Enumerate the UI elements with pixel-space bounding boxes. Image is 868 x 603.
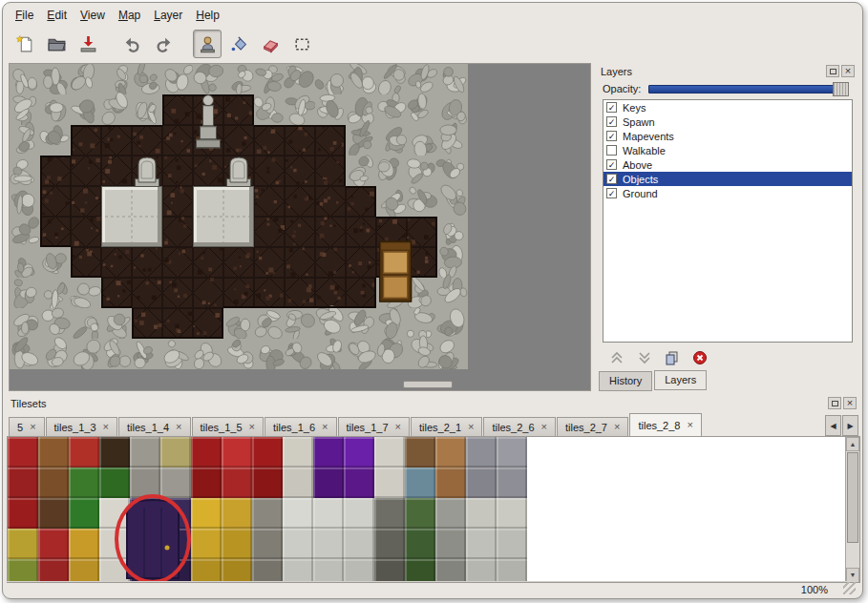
layer-visibility-checkbox[interactable]: ✓ [606, 188, 617, 198]
layer-list: ✓Keys✓Spawn✓MapeventsWalkable✓Above✓Obje… [603, 99, 853, 343]
tileset-tab-tiles_1_7[interactable]: tiles_1_7× [338, 417, 410, 436]
scrollbar-thumb[interactable] [847, 452, 858, 543]
tileset-scrollbar[interactable]: ▲ ▼ [845, 437, 859, 582]
tileset-tab-label: tiles_2_7 [565, 422, 607, 433]
delete-icon [692, 350, 708, 365]
tileset-tab-tiles_2_6[interactable]: tiles_2_6× [483, 417, 555, 436]
menu-help[interactable]: Help [189, 7, 226, 24]
new-file-button[interactable] [11, 30, 39, 58]
float-icon [830, 69, 836, 74]
tileset-tab-tiles_2_7[interactable]: tiles_2_7× [557, 417, 628, 436]
new-file-icon [15, 34, 35, 54]
eraser-tool-button[interactable] [256, 30, 285, 58]
open-file-button[interactable] [42, 30, 71, 58]
menu-edit[interactable]: Edit [40, 7, 74, 24]
tab-close-icon[interactable]: × [614, 422, 620, 432]
layers-panel: Layers × Opacity: ✓Keys✓Spawn✓MapeventsW… [597, 63, 858, 391]
map-view [9, 63, 591, 391]
layer-visibility-checkbox[interactable]: ✓ [606, 131, 617, 141]
tileset-tab-tiles_2_1[interactable]: tiles_2_1× [411, 417, 482, 436]
tab-scroll-buttons: ◀ ▶ [825, 415, 858, 436]
tileset-tab-strip: 5×tiles_1_3×tiles_1_4×tiles_1_5×tiles_1_… [9, 413, 821, 436]
layer-row-objects[interactable]: ✓Objects [603, 172, 852, 186]
layer-visibility-checkbox[interactable]: ✓ [606, 116, 617, 127]
layer-name: Ground [623, 188, 658, 199]
layers-panel-titlebar: Layers × [597, 63, 858, 79]
tab-close-icon[interactable]: × [322, 422, 328, 432]
tileset-canvas[interactable] [8, 437, 845, 581]
tileset-tab-bar: 5×tiles_1_3×tiles_1_4×tiles_1_5×tiles_1_… [7, 411, 860, 437]
redo-button[interactable] [149, 30, 178, 58]
scroll-down-button[interactable]: ▼ [846, 568, 859, 582]
opacity-slider-handle[interactable] [833, 82, 849, 96]
tab-close-icon[interactable]: × [176, 422, 181, 432]
layer-row-mapevents[interactable]: ✓Mapevents [603, 129, 852, 143]
undo-icon [122, 34, 142, 54]
panel-tab-layers[interactable]: Layers [654, 370, 707, 390]
layer-row-spawn[interactable]: ✓Spawn [603, 114, 852, 129]
tab-scroll-left-button[interactable]: ◀ [825, 415, 841, 436]
layer-name: Spawn [623, 116, 655, 128]
scroll-up-button[interactable]: ▲ [846, 437, 859, 451]
layer-row-walkable[interactable]: Walkable [603, 143, 852, 157]
layer-row-keys[interactable]: ✓Keys [603, 100, 852, 114]
layer-name: Above [623, 159, 652, 171]
move-layer-up-button[interactable] [608, 349, 625, 366]
layer-visibility-checkbox[interactable]: ✓ [606, 159, 617, 170]
undo-button[interactable] [117, 30, 146, 58]
tab-scroll-right-button[interactable]: ▶ [842, 415, 858, 436]
opacity-slider[interactable] [648, 85, 849, 94]
resize-grip[interactable] [843, 582, 856, 594]
tileset-tab-tiles_1_3[interactable]: tiles_1_3× [46, 417, 117, 436]
menu-layer[interactable]: Layer [147, 7, 189, 24]
save-button[interactable] [74, 30, 102, 58]
tab-close-icon[interactable]: × [395, 422, 401, 432]
duplicate-layer-button[interactable] [664, 349, 681, 366]
layers-close-button[interactable]: × [841, 65, 855, 77]
layers-panel-tabs: HistoryLayers [597, 371, 858, 391]
layer-visibility-checkbox[interactable] [606, 145, 617, 156]
tilesets-close-button[interactable]: × [843, 397, 857, 409]
delete-layer-button[interactable] [691, 349, 709, 366]
tab-close-icon[interactable]: × [103, 422, 109, 432]
tab-close-icon[interactable]: × [249, 422, 255, 432]
fill-tool-button[interactable] [224, 30, 253, 58]
tileset-tab-5[interactable]: 5× [9, 417, 45, 436]
toolbar [11, 27, 319, 61]
desktop: FileEditViewMapLayerHelp Layers × Opacit… [0, 0, 868, 603]
opacity-label: Opacity: [603, 83, 641, 94]
tab-close-icon[interactable]: × [468, 422, 474, 432]
layers-float-button[interactable] [826, 65, 839, 77]
layer-visibility-checkbox[interactable]: ✓ [606, 174, 617, 184]
menu-map[interactable]: Map [112, 7, 147, 24]
tilesets-panel-title: Tilesets [11, 398, 826, 409]
layer-row-above[interactable]: ✓Above [603, 157, 852, 172]
layer-name: Objects [623, 174, 658, 185]
tileset-tab-tiles_1_6[interactable]: tiles_1_6× [265, 417, 336, 436]
map-scrollbar-thumb[interactable] [403, 381, 453, 388]
panel-tab-history[interactable]: History [599, 371, 652, 391]
layer-row-ground[interactable]: ✓Ground [603, 186, 852, 200]
layer-actions [597, 344, 858, 371]
tileset-tab-tiles_2_8[interactable]: tiles_2_8× [629, 413, 701, 436]
tileset-tab-tiles_1_5[interactable]: tiles_1_5× [192, 417, 264, 436]
float-icon [832, 401, 838, 406]
stamp-tool-button[interactable] [193, 30, 222, 58]
tab-close-icon[interactable]: × [541, 422, 547, 432]
menu-view[interactable]: View [74, 7, 112, 24]
stamp-tool-icon [198, 34, 218, 54]
scrollbar-track[interactable] [846, 544, 859, 568]
menu-file[interactable]: File [9, 7, 40, 24]
tab-close-icon[interactable]: × [30, 422, 35, 432]
move-layer-down-button[interactable] [636, 349, 653, 366]
tileset-tab-tiles_1_4[interactable]: tiles_1_4× [118, 417, 190, 436]
layer-visibility-checkbox[interactable]: ✓ [606, 102, 617, 113]
tilesets-float-button[interactable] [828, 397, 841, 409]
tileset-tab-label: tiles_1_7 [347, 422, 389, 433]
map-canvas[interactable] [10, 64, 468, 369]
select-tool-button[interactable] [287, 30, 316, 58]
tab-close-icon[interactable]: × [687, 420, 692, 430]
tileset-tab-label: tiles_2_1 [419, 422, 461, 433]
tileset-view: ▲ ▼ [7, 437, 860, 583]
chevron-down-double-icon [637, 350, 652, 365]
